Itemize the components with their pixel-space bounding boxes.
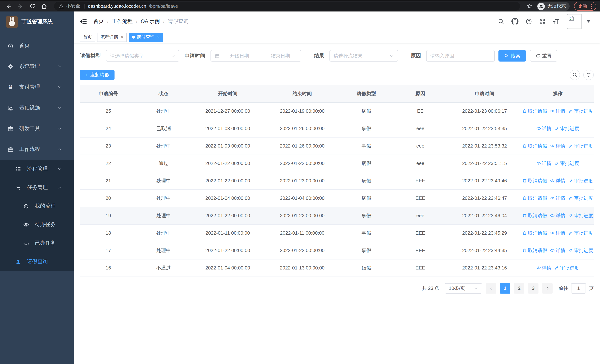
- progress-action[interactable]: 审批进度: [554, 160, 579, 167]
- progress-action[interactable]: 审批进度: [568, 177, 593, 184]
- browser-update-button[interactable]: 更新: [574, 2, 596, 10]
- progress-action[interactable]: 审批进度: [568, 108, 593, 114]
- breadcrumb-item[interactable]: OA 示例: [141, 18, 160, 25]
- fullscreen-icon[interactable]: [539, 18, 545, 24]
- address-bar[interactable]: 不安全 dashboard.yudao.iocoder.cn/bpm/oa/le…: [54, 2, 520, 10]
- cancel-leave-action[interactable]: 取消请假: [522, 108, 547, 114]
- cell-apply_time: 2022-01-22 23:44:35: [447, 242, 522, 259]
- result-select[interactable]: 请选择流结果: [329, 50, 398, 62]
- sidebar-item-基础设施[interactable]: 基础设施: [0, 97, 74, 118]
- tag-首页[interactable]: 首页: [80, 32, 95, 42]
- sidebar-item-工作流程[interactable]: 工作流程: [0, 139, 74, 160]
- user-avatar[interactable]: [567, 14, 582, 29]
- detail-action[interactable]: 详情: [550, 247, 565, 254]
- sidebar-item-首页[interactable]: 首页: [0, 35, 74, 56]
- browser-back-icon[interactable]: [4, 1, 13, 11]
- sidebar-item-已办任务[interactable]: 已办任务: [0, 234, 74, 252]
- top-navbar: 首页/工作流程/OA 示例/请假查询: [74, 11, 600, 31]
- action-label: 详情: [556, 212, 565, 219]
- prev-page-button[interactable]: [486, 283, 496, 293]
- detail-action[interactable]: 详情: [550, 177, 565, 184]
- reset-button[interactable]: 重置: [530, 50, 557, 62]
- detail-action[interactable]: 详情: [536, 160, 552, 167]
- sidebar-item-我的流程[interactable]: 我的流程: [0, 197, 74, 215]
- page-button-3[interactable]: 3: [528, 283, 538, 293]
- detail-action[interactable]: 详情: [550, 230, 565, 236]
- cancel-leave-action[interactable]: 取消请假: [522, 195, 547, 201]
- cancel-leave-action[interactable]: 取消请假: [522, 212, 547, 219]
- sidebar-item-label: 首页: [19, 42, 30, 49]
- detail-action[interactable]: 详情: [550, 212, 565, 219]
- breadcrumb-separator: /: [163, 18, 165, 24]
- sidebar-item-系统管理[interactable]: 系统管理: [0, 56, 74, 77]
- sidebar-item-研发工具[interactable]: 研发工具: [0, 118, 74, 139]
- page-button-1[interactable]: 1: [500, 283, 510, 293]
- reason-input[interactable]: [430, 53, 491, 59]
- detail-action[interactable]: 详情: [536, 125, 552, 132]
- page-button-2[interactable]: 2: [514, 283, 525, 293]
- breadcrumb-item[interactable]: 工作流程: [112, 18, 133, 25]
- toggle-search-button[interactable]: [570, 70, 580, 80]
- next-page-button[interactable]: [542, 283, 553, 293]
- cell-reason: EEE: [394, 242, 447, 259]
- cell-type: 病假: [339, 102, 394, 120]
- close-icon[interactable]: ×: [121, 35, 123, 40]
- cell-id: 18: [80, 224, 137, 242]
- breadcrumb-item[interactable]: 首页: [94, 18, 104, 25]
- search-icon[interactable]: [498, 18, 504, 25]
- progress-action[interactable]: 审批进度: [568, 212, 593, 219]
- create-leave-button[interactable]: + 发起请假: [80, 70, 114, 80]
- cancel-leave-action[interactable]: 取消请假: [522, 247, 547, 254]
- close-icon[interactable]: ×: [157, 35, 160, 40]
- tag-请假查询[interactable]: 请假查询×: [129, 32, 163, 42]
- detail-action[interactable]: 详情: [550, 142, 565, 149]
- tag-label: 流程详情: [100, 34, 118, 40]
- leave-type-select[interactable]: 请选择请假类型: [106, 50, 179, 62]
- browser-home-icon[interactable]: [39, 1, 49, 11]
- tags-view: 首页流程详情×请假查询×: [74, 31, 600, 43]
- progress-action[interactable]: 审批进度: [554, 264, 579, 271]
- action-label: 详情: [556, 230, 565, 236]
- browser-refresh-icon[interactable]: [28, 1, 37, 11]
- cancel-leave-action[interactable]: 取消请假: [522, 142, 547, 149]
- sidebar-item-待办任务[interactable]: 待办任务: [0, 215, 74, 234]
- sidebar-item-任务管理[interactable]: 任务管理: [0, 178, 74, 197]
- help-icon[interactable]: [525, 18, 532, 25]
- cancel-leave-action[interactable]: 取消请假: [522, 177, 547, 184]
- range-separator: -: [259, 53, 261, 59]
- font-size-icon[interactable]: [553, 18, 560, 25]
- sidebar-item-流程管理[interactable]: 流程管理: [0, 160, 74, 178]
- sidebar-item-请假查询[interactable]: 请假查询: [0, 252, 74, 271]
- github-icon[interactable]: [511, 18, 518, 25]
- refresh-table-button[interactable]: [583, 70, 594, 80]
- action-label: 详情: [542, 160, 552, 167]
- not-secure-warning-icon[interactable]: [58, 3, 64, 9]
- progress-action[interactable]: 审批进度: [554, 125, 579, 132]
- action-label: 取消请假: [528, 195, 547, 201]
- browser-menu-kebab-icon[interactable]: [591, 3, 592, 9]
- detail-action[interactable]: 详情: [550, 195, 565, 201]
- cancel-leave-action[interactable]: 取消请假: [522, 230, 547, 236]
- tag-流程详情[interactable]: 流程详情×: [97, 32, 127, 42]
- sidebar-item-支付管理[interactable]: ¥支付管理: [0, 77, 74, 97]
- action-label: 取消请假: [528, 108, 547, 114]
- column-header-操作: 操作: [522, 85, 594, 102]
- goto-page-input[interactable]: [571, 283, 586, 293]
- user-menu-caret-icon[interactable]: [587, 20, 590, 22]
- cell-actions: 取消请假详情审批进度: [522, 137, 594, 155]
- apply-time-range-picker[interactable]: 开始日期 - 结束日期: [210, 50, 301, 62]
- page-size-select[interactable]: 10条/页: [445, 283, 482, 293]
- progress-action[interactable]: 审批进度: [568, 195, 593, 201]
- chevron-down-icon: [57, 167, 62, 171]
- progress-action[interactable]: 审批进度: [568, 142, 593, 149]
- detail-action[interactable]: 详情: [550, 108, 565, 114]
- sidebar-fold-icon[interactable]: [80, 18, 87, 25]
- detail-action[interactable]: 详情: [536, 264, 552, 271]
- progress-action[interactable]: 审批进度: [568, 247, 593, 254]
- sidebar-logo[interactable]: 芋道管理系统: [0, 11, 74, 32]
- browser-forward-icon[interactable]: [16, 1, 25, 11]
- cell-apply_time: 2022-01-22 23:45:29: [447, 224, 522, 242]
- bookmark-star-icon[interactable]: [527, 3, 533, 9]
- progress-action[interactable]: 审批进度: [568, 230, 593, 236]
- search-button[interactable]: 搜索: [498, 50, 526, 62]
